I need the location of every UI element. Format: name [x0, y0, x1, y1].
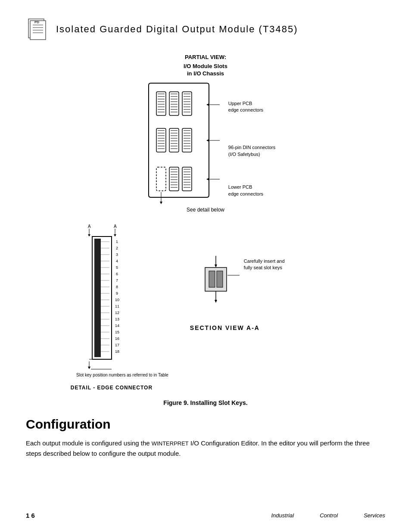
svg-rect-138: [205, 268, 227, 291]
svg-text:7: 7: [116, 278, 118, 283]
svg-marker-85: [206, 178, 209, 180]
page-footer: 1 6 Industrial Control Services: [26, 512, 385, 519]
configuration-heading: Configuration: [26, 417, 385, 432]
edge-connector-diagram: A A: [81, 219, 142, 383]
svg-marker-137: [215, 264, 217, 268]
svg-text:6: 6: [116, 272, 118, 276]
svg-text:3: 3: [116, 252, 118, 257]
chassis-diagram: [136, 81, 222, 206]
diagram-container: PARTIAL VIEW: I/O Module Slots in I/O Ch…: [55, 54, 356, 391]
svg-text:11: 11: [115, 304, 119, 308]
footer-industrial: Industrial: [271, 512, 294, 519]
svg-text:16: 16: [115, 336, 119, 341]
partial-view-title-3: in I/O Chassis: [187, 70, 224, 77]
svg-marker-90: [88, 234, 90, 236]
svg-marker-35: [206, 103, 209, 106]
svg-marker-93: [114, 234, 116, 236]
page-number: 1 6: [26, 512, 35, 519]
svg-text:2: 2: [116, 246, 118, 250]
din-connectors-label: 96-pin DIN connectors(I/O Safetybus): [228, 144, 275, 158]
svg-marker-142: [215, 300, 217, 303]
configuration-text: Each output module is configured using t…: [26, 438, 385, 459]
svg-text:14: 14: [115, 324, 119, 328]
svg-rect-65: [156, 167, 166, 191]
footer-control: Control: [320, 512, 338, 519]
svg-rect-139: [209, 271, 215, 287]
lower-pcb-label: Lower PCBedge connectors: [228, 184, 275, 197]
partial-view-title-1: PARTIAL VIEW:: [185, 54, 226, 60]
svg-marker-133: [88, 367, 90, 369]
winterpret-brand: Winterpret: [152, 440, 189, 447]
footer-right: Industrial Control Services: [271, 512, 385, 519]
svg-text:9: 9: [116, 291, 118, 296]
upper-pcb-label: Upper PCBedge connectors: [228, 100, 275, 114]
section-view-area: Carefully insert andfully seat slot keys…: [190, 219, 285, 331]
svg-marker-87: [160, 202, 162, 204]
page-title: Isolated Guarded Digital Output Module (…: [56, 24, 298, 35]
section-view-diagram: [190, 254, 242, 314]
svg-rect-140: [217, 271, 223, 287]
svg-text:13: 13: [115, 317, 119, 321]
svg-text:5: 5: [116, 265, 118, 270]
section-view-label: SECTION VIEW A-A: [190, 324, 260, 331]
configuration-section: Configuration Each output module is conf…: [26, 417, 385, 459]
footer-services: Services: [364, 512, 385, 519]
svg-text:8: 8: [116, 285, 118, 289]
partial-view-title-2: I/O Module Slots: [184, 63, 227, 69]
see-detail-text: See detail below: [187, 207, 224, 213]
diagram-area: PARTIAL VIEW: I/O Module Slots in I/O Ch…: [26, 54, 385, 391]
svg-text:PD: PD: [34, 20, 39, 24]
detail-edge-connector-label: DETAIL - EDGE CONNECTOR: [71, 385, 153, 391]
document-icon: PD: [26, 17, 47, 41]
svg-text:1: 1: [116, 240, 118, 244]
carefully-insert-note: Carefully insert andfully seat slot keys: [244, 258, 285, 271]
svg-text:4: 4: [116, 259, 118, 263]
svg-text:15: 15: [115, 330, 119, 334]
page-header: PD Isolated Guarded Digital Output Modul…: [26, 17, 385, 41]
figure-caption: Figure 9. Installing Slot Keys.: [26, 399, 385, 406]
svg-text:A: A: [88, 224, 91, 229]
svg-text:18: 18: [115, 349, 119, 354]
svg-marker-64: [206, 139, 209, 142]
svg-rect-95: [94, 239, 101, 357]
svg-text:17: 17: [115, 343, 119, 347]
svg-text:12: 12: [115, 311, 119, 315]
svg-text:A: A: [114, 224, 117, 229]
detail-edge-connector: A A: [55, 219, 168, 391]
svg-text:10: 10: [115, 298, 119, 302]
slot-key-note: Slot key position numbers as referred to…: [76, 372, 168, 378]
